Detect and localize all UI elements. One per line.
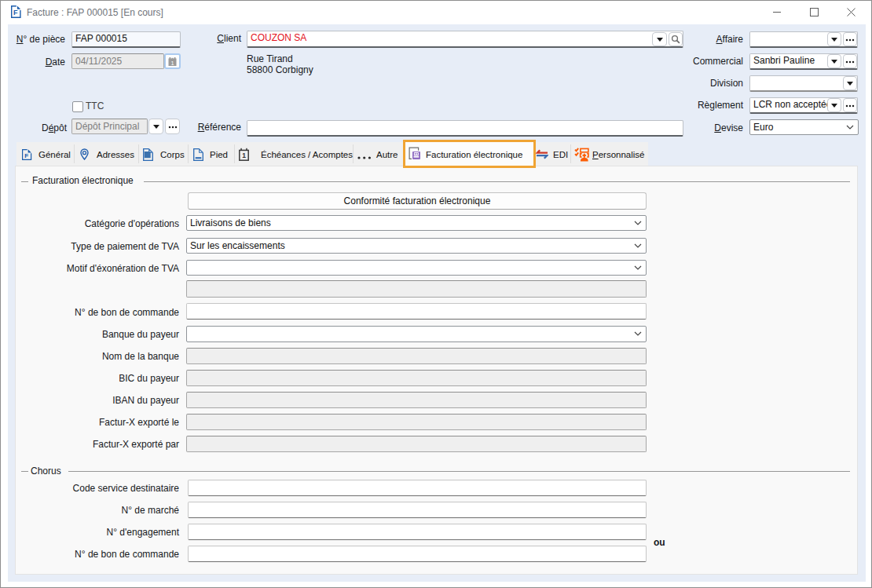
svg-text:F: F — [24, 152, 28, 159]
svg-text:1: 1 — [242, 152, 246, 159]
svg-text:F: F — [13, 9, 18, 16]
svg-text:1: 1 — [171, 60, 174, 67]
